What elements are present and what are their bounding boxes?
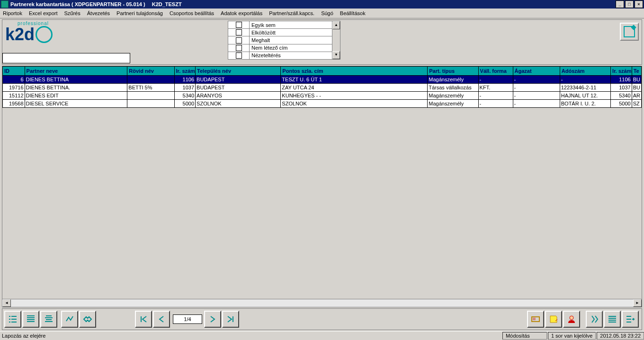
status-hint: Lapozás az elejére xyxy=(0,333,45,339)
filter-listbox[interactable]: Egyik sem Elköltözött Meghalt Nem létező… xyxy=(228,21,340,60)
menu-sugo[interactable]: Súgó xyxy=(321,10,333,16)
status-time: 2012.05.18 23:22 xyxy=(597,332,644,340)
window-title-2: K2D_TESZT xyxy=(152,1,182,7)
logo-circle-icon xyxy=(36,26,53,43)
menu-csoportos-beallitas[interactable]: Csoportos beállítás xyxy=(170,10,214,16)
filter-option[interactable]: Nem létező cím xyxy=(228,44,332,52)
col-id[interactable]: ID xyxy=(3,67,25,76)
toolbar-area: professional k2d Egyik sem Elköltözött M… xyxy=(2,19,642,65)
checkbox[interactable] xyxy=(236,37,242,44)
menu-bar: Riportok Excel export Szűrés Átvezetés P… xyxy=(0,9,644,18)
link-button[interactable] xyxy=(61,311,78,328)
close-button[interactable]: × xyxy=(635,0,643,8)
col-vall-forma[interactable]: Váll. forma xyxy=(478,67,513,76)
checkbox[interactable] xyxy=(236,45,242,51)
action2-button[interactable] xyxy=(604,311,621,328)
window-buttons: _ □ × xyxy=(615,0,643,8)
status-bar: Lapozás az elejére Módosítás 1 sor van k… xyxy=(0,331,644,340)
title-bar: Partnerek karbantartása ( XDPGENPARTNER … xyxy=(0,0,644,9)
scroll-right-icon[interactable]: ► xyxy=(633,299,642,307)
scroll-up-icon[interactable]: ▲ xyxy=(332,21,340,29)
scroll-down-icon[interactable]: ▼ xyxy=(332,51,340,59)
col-pontos-cim[interactable]: Pontos szla. cím xyxy=(281,67,428,76)
page-indicator[interactable]: 1/4 xyxy=(173,314,202,324)
edit-button[interactable] xyxy=(620,23,639,41)
window-title-1: Partnerek karbantartása ( XDPGENPARTNER … xyxy=(10,1,145,7)
svg-point-1 xyxy=(570,316,573,320)
view-list3-button[interactable] xyxy=(40,311,57,328)
table-row[interactable]: 19568DIESEL SERVICE5000SZOLNOKSZOLNOKMag… xyxy=(3,100,642,108)
edit-icon xyxy=(624,26,635,37)
right-button-group xyxy=(527,311,640,328)
note-button[interactable] xyxy=(545,311,562,328)
data-grid-container: ID Partner neve Rövid név Ir. szám Telep… xyxy=(2,66,642,307)
table-row[interactable]: 6DIENES BETTINA1106BUDAPESTTESZT U. 6 ÚT… xyxy=(3,76,642,84)
status-selection: 1 sor van kijelölve xyxy=(548,332,596,340)
col-ir-szam[interactable]: Ir. szám xyxy=(174,67,196,76)
menu-partner-szall-kapcs[interactable]: Partner/száll.kapcs. xyxy=(269,10,314,16)
svg-rect-0 xyxy=(532,317,539,322)
checkbox[interactable] xyxy=(236,29,242,35)
menu-partneri-tulajdonsag[interactable]: Partneri tulajdonság xyxy=(116,10,163,16)
col-ir-szam2[interactable]: Ir. szám xyxy=(611,67,632,76)
filter-option[interactable]: Nézeteltérés xyxy=(228,52,332,59)
partner-table: ID Partner neve Rövid név Ir. szám Telep… xyxy=(2,66,642,108)
list-scrollbar[interactable]: ▲ ▼ xyxy=(332,21,340,59)
status-mode: Módosítás xyxy=(502,332,547,340)
filter-list-rows: Egyik sem Elköltözött Meghalt Nem létező… xyxy=(228,21,332,59)
col-adoszam[interactable]: Adószám xyxy=(560,67,610,76)
menu-szures[interactable]: Szűrés xyxy=(64,10,80,16)
app-window: Partnerek karbantartása ( XDPGENPARTNER … xyxy=(0,0,644,340)
table-row[interactable]: 15112DIENES EDIT5340ARANYOSKUNHEGYES - -… xyxy=(3,92,642,100)
checkbox[interactable] xyxy=(236,52,242,59)
col-agazat[interactable]: Ágazat xyxy=(513,67,560,76)
menu-excel-export[interactable]: Excel export xyxy=(29,10,58,16)
filter-option[interactable]: Elköltözött xyxy=(228,29,332,36)
col-te[interactable]: Te xyxy=(632,67,641,76)
logo-big-text: k2d xyxy=(5,26,53,43)
filter-option[interactable]: Egyik sem xyxy=(228,21,332,29)
action1-button[interactable] xyxy=(586,311,603,328)
first-page-button[interactable] xyxy=(135,311,152,328)
user-button[interactable] xyxy=(563,311,580,328)
filter-option[interactable]: Meghalt xyxy=(228,36,332,44)
pager: 1/4 xyxy=(135,311,240,328)
app-icon xyxy=(1,0,9,8)
link2-button[interactable] xyxy=(79,311,96,328)
last-page-button[interactable] xyxy=(222,311,239,328)
search-input[interactable] xyxy=(2,53,130,63)
table-header-row: ID Partner neve Rövid név Ir. szám Telep… xyxy=(3,67,642,76)
view-list2-button[interactable] xyxy=(22,311,39,328)
bottom-toolbar: 1/4 xyxy=(2,308,642,330)
col-telepules[interactable]: Település név xyxy=(196,67,281,76)
col-partner-neve[interactable]: Partner neve xyxy=(25,67,127,76)
menu-adatok-exportalas[interactable]: Adatok exportálás xyxy=(221,10,262,16)
col-rovid-nev[interactable]: Rövid név xyxy=(127,67,174,76)
data-grid[interactable]: ID Partner neve Rövid név Ir. szám Telep… xyxy=(2,66,642,299)
table-row[interactable]: 19716DIENES BETTINA.BETTI 5%1037BUDAPEST… xyxy=(3,84,642,92)
menu-riportok[interactable]: Riportok xyxy=(3,10,22,16)
checkbox[interactable] xyxy=(236,22,242,28)
next-page-button[interactable] xyxy=(204,311,221,328)
maximize-button[interactable]: □ xyxy=(625,0,634,8)
view-list1-button[interactable] xyxy=(4,311,21,328)
logo: professional k2d xyxy=(5,21,53,43)
card-button[interactable] xyxy=(527,311,544,328)
horizontal-scrollbar[interactable]: ◄ ► xyxy=(2,299,642,307)
prev-page-button[interactable] xyxy=(153,311,170,328)
menu-atvezetes[interactable]: Átvezetés xyxy=(87,10,110,16)
menu-beallitasok[interactable]: Beállítások xyxy=(340,10,366,16)
minimize-button[interactable]: _ xyxy=(616,0,624,8)
scroll-left-icon[interactable]: ◄ xyxy=(2,299,11,307)
col-part-tipus[interactable]: Part. típus xyxy=(428,67,478,76)
action3-button[interactable] xyxy=(622,311,639,328)
